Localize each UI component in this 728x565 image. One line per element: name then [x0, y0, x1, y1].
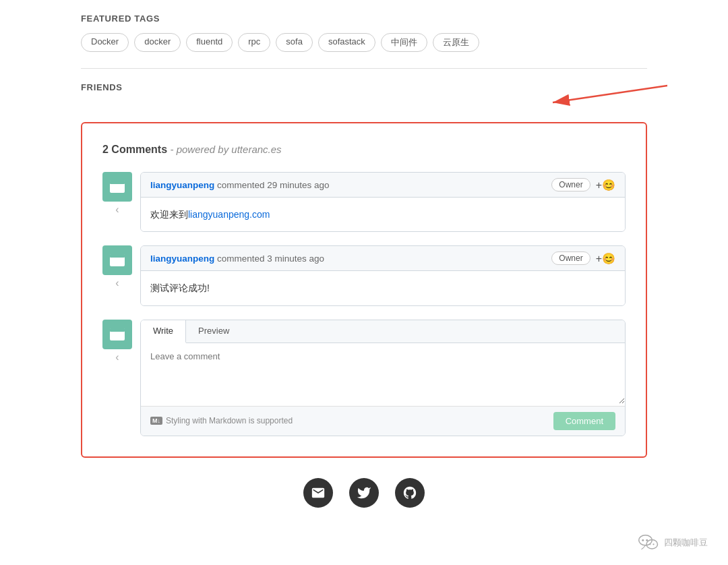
avatar-chevron-2: ‹: [115, 278, 119, 289]
avatar-container-2: ‹: [102, 245, 132, 289]
tag-pill[interactable]: 云原生: [433, 33, 479, 52]
tag-pill[interactable]: sofa: [276, 33, 313, 52]
tab-write[interactable]: Write: [141, 320, 186, 343]
comment-author-line-1: liangyuanpeng commented 29 minutes ago: [150, 180, 330, 190]
comment-item-1: ‹ liangyuanpeng commented 29 minutes ago…: [102, 172, 626, 232]
comment-body-2: 测试评论成功!: [141, 271, 625, 305]
comment-time-2: commented 3 minutes ago: [217, 254, 324, 264]
owner-badge-2: Owner: [551, 251, 590, 265]
wechat-label: 四颗咖啡豆: [664, 537, 708, 548]
emoji-reaction-2[interactable]: +😊: [596, 252, 615, 265]
email-icon-button[interactable]: [303, 478, 333, 508]
comment-bubble-1: liangyuanpeng commented 29 minutes ago O…: [140, 172, 626, 232]
comment-author-1: liangyuanpeng: [150, 180, 214, 190]
avatar-container-write: ‹: [102, 320, 132, 363]
comment-text-2: 测试评论成功!: [150, 282, 210, 293]
footer-icons: [81, 478, 647, 521]
write-tabs: Write Preview: [141, 320, 625, 343]
emoji-reaction-1[interactable]: +😊: [596, 179, 615, 191]
wechat-icon: [638, 534, 659, 548]
comments-section: 2 Comments - powered by utteranc.es ‹ li…: [81, 122, 647, 458]
comment-body-1: 欢迎来到liangyuanpeng.com: [141, 198, 625, 231]
comment-header-1: liangyuanpeng commented 29 minutes ago O…: [141, 173, 625, 198]
comment-author-2: liangyuanpeng: [150, 254, 214, 264]
owner-badge-1: Owner: [551, 178, 590, 191]
twitter-icon: [357, 485, 371, 500]
comment-header-2: liangyuanpeng commented 3 minutes ago Ow…: [141, 246, 625, 271]
markdown-icon: M↓: [150, 417, 162, 425]
featured-tags-section: FEATURED TAGS Dockerdockerfluentdrpcsofa…: [81, 13, 647, 52]
markdown-hint-text: Styling with Markdown is supported: [166, 416, 293, 425]
tag-pill[interactable]: fluentd: [186, 33, 233, 52]
friends-title: FRIENDS: [81, 82, 123, 92]
tag-pill[interactable]: Docker: [81, 33, 129, 52]
email-icon: [311, 485, 326, 500]
avatar-container-1: ‹: [102, 172, 132, 215]
comment-actions-1: Owner +😊: [551, 178, 615, 191]
avatar-2: [102, 245, 132, 275]
friends-section: FRIENDS: [81, 82, 647, 102]
comment-text-1: 欢迎来到: [150, 209, 188, 220]
comment-link-1[interactable]: liangyuanpeng.com: [188, 209, 270, 220]
featured-tags-title: FEATURED TAGS: [81, 13, 647, 24]
tag-pill[interactable]: sofastack: [318, 33, 375, 52]
comment-time-1: commented 29 minutes ago: [217, 180, 330, 190]
comments-header: 2 Comments - powered by utteranc.es: [102, 144, 626, 156]
markdown-hint: M↓ Styling with Markdown is supported: [150, 416, 293, 425]
comment-item-2: ‹ liangyuanpeng commented 3 minutes ago …: [102, 245, 626, 305]
svg-point-6: [649, 543, 650, 545]
wechat-watermark: 四颗咖啡豆: [638, 534, 708, 548]
svg-point-3: [642, 539, 644, 541]
twitter-icon-button[interactable]: [349, 478, 379, 508]
github-icon: [402, 485, 417, 500]
tags-container: Dockerdockerfluentdrpcsofasofastack中间件云原…: [81, 33, 647, 52]
write-footer: M↓ Styling with Markdown is supported Co…: [141, 406, 625, 436]
avatar-chevron-write: ‹: [115, 352, 119, 363]
arrow-annotation: [533, 76, 667, 118]
comment-button[interactable]: Comment: [553, 412, 615, 430]
svg-point-7: [653, 543, 654, 545]
avatar-chevron-1: ‹: [115, 204, 119, 215]
write-area: Write Preview M↓ Styling with Markdown i…: [140, 320, 626, 436]
divider: [81, 68, 647, 69]
comment-textarea[interactable]: [141, 343, 625, 404]
github-icon-button[interactable]: [395, 478, 425, 508]
powered-by: - powered by utteranc.es: [170, 144, 281, 155]
tag-pill[interactable]: rpc: [238, 33, 270, 52]
avatar-1: [102, 172, 132, 202]
svg-line-1: [553, 86, 667, 102]
tag-pill[interactable]: docker: [134, 33, 181, 52]
comment-author-line-2: liangyuanpeng commented 3 minutes ago: [150, 254, 324, 264]
tag-pill[interactable]: 中间件: [381, 33, 427, 52]
comments-count: 2 Comments: [102, 144, 167, 155]
tab-preview[interactable]: Preview: [186, 320, 241, 343]
avatar-write: [102, 320, 132, 349]
comment-actions-2: Owner +😊: [551, 251, 615, 265]
comment-bubble-2: liangyuanpeng commented 3 minutes ago Ow…: [140, 245, 626, 305]
write-comment-container: ‹ Write Preview M↓ Styling with Markdown…: [102, 320, 626, 436]
